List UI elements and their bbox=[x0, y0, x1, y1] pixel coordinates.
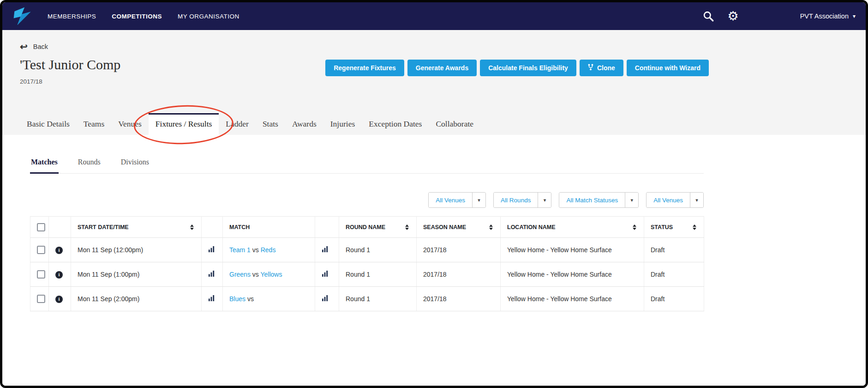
sort-icon[interactable] bbox=[488, 224, 494, 231]
tab-stats[interactable]: Stats bbox=[256, 113, 285, 135]
subtab-matches[interactable]: Matches bbox=[30, 158, 59, 173]
sort-icon[interactable] bbox=[189, 224, 195, 231]
tab-awards[interactable]: Awards bbox=[285, 113, 323, 135]
filter-venues-caret-icon[interactable]: ▾ bbox=[472, 193, 485, 207]
filter-bar: All Venues ▾ All Rounds ▾ All Match Stat… bbox=[30, 192, 704, 208]
clone-button[interactable]: Clone bbox=[580, 60, 623, 76]
subtab-rounds[interactable]: Rounds bbox=[77, 158, 102, 173]
header-start-datetime-label: START DATE/TIME bbox=[78, 224, 129, 230]
info-icon[interactable]: i bbox=[55, 247, 63, 254]
filter-rounds-caret-icon[interactable]: ▾ bbox=[538, 193, 551, 207]
nav-my-organisation[interactable]: MY ORGANISATION bbox=[178, 13, 239, 20]
sort-icon[interactable] bbox=[692, 224, 697, 231]
gear-icon[interactable]: ⚙ bbox=[727, 10, 738, 23]
filter-match-statuses-label[interactable]: All Match Statuses bbox=[559, 193, 625, 207]
home-team-link[interactable]: Blues bbox=[229, 295, 245, 303]
cell-chart bbox=[202, 238, 223, 262]
tab-venues[interactable]: Venues bbox=[111, 113, 149, 135]
select-all-checkbox[interactable] bbox=[37, 223, 45, 231]
tab-injuries[interactable]: Injuries bbox=[323, 113, 362, 135]
header-start-datetime: START DATE/TIME bbox=[71, 217, 202, 238]
cell-start-datetime: Mon 11 Sep (2:00pm) bbox=[71, 287, 202, 311]
info-icon[interactable]: i bbox=[55, 271, 63, 279]
cell-location-name: Yellow Home - Yellow Home Surface bbox=[501, 262, 644, 287]
title-block: 'Test Junior Comp 2017/18 bbox=[20, 55, 120, 85]
bar-chart-icon[interactable] bbox=[208, 246, 215, 253]
continue-with-wizard-button[interactable]: Continue with Wizard bbox=[627, 60, 709, 76]
search-icon[interactable] bbox=[702, 10, 714, 22]
app-window: MEMBERSHIPS COMPETITIONS MY ORGANISATION… bbox=[0, 0, 868, 388]
filter-match-statuses-caret-icon[interactable]: ▾ bbox=[625, 193, 638, 207]
back-arrow-icon[interactable]: ↩ bbox=[20, 42, 28, 51]
header-round-name-label: ROUND NAME bbox=[346, 224, 385, 230]
cell-info: i bbox=[49, 287, 71, 311]
organisation-name: PVT Association bbox=[800, 12, 849, 20]
cell-chart-2 bbox=[315, 287, 339, 311]
organisation-selector[interactable]: PVT Association ▾ bbox=[800, 12, 856, 20]
row-checkbox[interactable] bbox=[37, 270, 45, 279]
tab-exception-dates[interactable]: Exception Dates bbox=[362, 113, 429, 135]
cell-match: Blues vs bbox=[223, 287, 315, 311]
away-team-link[interactable]: Yellows bbox=[260, 271, 282, 278]
bar-chart-icon[interactable] bbox=[322, 295, 329, 302]
regenerate-fixtures-button[interactable]: Regenerate Fixtures bbox=[325, 60, 404, 76]
tab-collaborate[interactable]: Collaborate bbox=[429, 113, 480, 135]
vs-label: vs bbox=[252, 271, 259, 278]
header-location-name-label: LOCATION NAME bbox=[507, 224, 556, 230]
header-chart-cell-2 bbox=[315, 217, 339, 238]
cell-location-name: Yellow Home - Yellow Home Surface bbox=[501, 238, 644, 262]
header-row: 'Test Junior Comp 2017/18 Regenerate Fix… bbox=[20, 55, 848, 85]
cell-start-datetime: Mon 11 Sep (12:00pm) bbox=[71, 238, 202, 262]
info-icon[interactable]: i bbox=[55, 296, 63, 303]
cell-info: i bbox=[49, 262, 71, 287]
bar-chart-icon[interactable] bbox=[208, 295, 215, 302]
cell-round-name: Round 1 bbox=[339, 287, 417, 311]
table-header-row: START DATE/TIME MATCH ROUND NAME bbox=[30, 217, 704, 238]
home-team-link[interactable]: Team 1 bbox=[229, 246, 251, 254]
filter-venues-dropdown: All Venues ▾ bbox=[428, 192, 486, 208]
row-checkbox[interactable] bbox=[37, 246, 45, 254]
tab-basic-details[interactable]: Basic Details bbox=[20, 113, 77, 135]
cell-status: Draft bbox=[644, 262, 704, 287]
filter-rounds-label[interactable]: All Rounds bbox=[494, 193, 538, 207]
top-navbar: MEMBERSHIPS COMPETITIONS MY ORGANISATION… bbox=[2, 2, 866, 30]
tab-teams[interactable]: Teams bbox=[77, 113, 111, 135]
generate-awards-button[interactable]: Generate Awards bbox=[407, 60, 477, 76]
nav-memberships[interactable]: MEMBERSHIPS bbox=[48, 13, 96, 20]
main-nav: MEMBERSHIPS COMPETITIONS MY ORGANISATION bbox=[48, 13, 239, 20]
cell-status: Draft bbox=[644, 238, 704, 262]
tab-ladder[interactable]: Ladder bbox=[219, 113, 256, 135]
back-link[interactable]: Back bbox=[33, 43, 48, 50]
matches-table: START DATE/TIME MATCH ROUND NAME bbox=[30, 216, 704, 311]
calculate-finals-eligibility-button[interactable]: Calculate Finals Eligibility bbox=[480, 60, 576, 76]
bar-chart-icon[interactable] bbox=[208, 270, 215, 277]
filter-venues-2-label[interactable]: All Venues bbox=[647, 193, 690, 207]
bar-chart-icon[interactable] bbox=[322, 270, 329, 277]
header-info-cell bbox=[49, 217, 71, 238]
cell-select bbox=[30, 262, 49, 287]
filter-venues-label[interactable]: All Venues bbox=[429, 193, 472, 207]
row-checkbox[interactable] bbox=[37, 295, 45, 303]
cell-match: Greens vs Yellows bbox=[223, 262, 315, 287]
fixtures-content: Matches Rounds Divisions All Venues ▾ Al… bbox=[30, 135, 704, 311]
branch-icon bbox=[588, 64, 593, 72]
away-team-link[interactable]: Reds bbox=[261, 246, 276, 254]
sort-icon[interactable] bbox=[632, 224, 637, 231]
cell-status: Draft bbox=[644, 287, 704, 311]
match-row: i Mon 11 Sep (2:00pm) Blues vs bbox=[30, 287, 704, 311]
cell-season-name: 2017/18 bbox=[417, 287, 501, 311]
header-match-label: MATCH bbox=[229, 224, 250, 230]
tab-fixtures-results[interactable]: Fixtures / Results bbox=[149, 113, 219, 135]
nav-competitions[interactable]: COMPETITIONS bbox=[112, 13, 162, 20]
sort-icon[interactable] bbox=[404, 224, 410, 231]
cell-season-name: 2017/18 bbox=[417, 262, 501, 287]
brand-logo[interactable] bbox=[12, 6, 32, 26]
clone-button-label: Clone bbox=[597, 64, 615, 72]
subtab-divisions[interactable]: Divisions bbox=[120, 158, 150, 173]
bar-chart-icon[interactable] bbox=[322, 246, 329, 253]
page-title: 'Test Junior Comp bbox=[20, 57, 120, 73]
filter-venues-2-caret-icon[interactable]: ▾ bbox=[690, 193, 703, 207]
back-row: ↩ Back bbox=[20, 42, 848, 51]
tab-fixtures-results-label: Fixtures / Results bbox=[156, 119, 212, 128]
home-team-link[interactable]: Greens bbox=[229, 271, 251, 278]
